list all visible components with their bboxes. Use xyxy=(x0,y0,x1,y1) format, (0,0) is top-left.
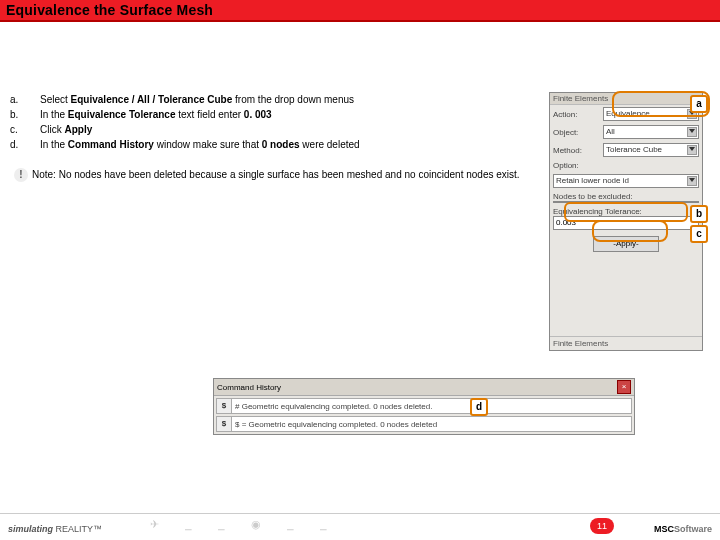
brand-msc: MSC xyxy=(654,524,674,534)
page-number: 11 xyxy=(590,518,614,534)
close-icon[interactable]: × xyxy=(617,380,631,394)
method-dropdown[interactable]: Tolerance Cube xyxy=(603,143,699,157)
command-history-title: Command History xyxy=(217,383,281,392)
instructions: a. Select Equivalence / All / Tolerance … xyxy=(4,92,549,351)
footer: simulating REALITY™ ✈⎯⎯◉⎯⎯ 11 MSCSoftwar… xyxy=(0,513,720,536)
prompt-icon: $ xyxy=(217,399,232,413)
callout-a: a xyxy=(690,95,708,113)
callout-d: d xyxy=(470,398,488,416)
note: !Note: No nodes have been deleted becaus… xyxy=(4,152,549,182)
step-letter: b. xyxy=(4,107,34,122)
brand-software: Software xyxy=(674,524,712,534)
callout-b: b xyxy=(690,205,708,223)
option-row: Option: xyxy=(550,159,702,172)
step-letter: d. xyxy=(4,137,34,152)
chevron-down-icon xyxy=(689,129,695,133)
command-row: $ # Geometric equivalencing completed. 0… xyxy=(216,398,632,414)
retain-dropdown[interactable]: Retain lower node id xyxy=(553,174,699,188)
command-history-titlebar: Command History × xyxy=(214,379,634,396)
exclude-label: Nodes to be excluded: xyxy=(553,192,633,201)
footer-sim: simulating xyxy=(8,524,53,534)
callout-c: c xyxy=(690,225,708,243)
step-text: In the Command History window make sure … xyxy=(34,137,366,152)
command-row: $ $ = Geometric equivalencing completed.… xyxy=(216,416,632,432)
chevron-down-icon xyxy=(689,147,695,151)
step-list: a. Select Equivalence / All / Tolerance … xyxy=(4,92,366,152)
footer-glyph-icons: ✈⎯⎯◉⎯⎯ xyxy=(150,518,353,531)
step-text: In the Equivalence Tolerance text field … xyxy=(34,107,366,122)
command-history-window: Command History × $ # Geometric equivale… xyxy=(213,378,635,435)
step-a: a. Select Equivalence / All / Tolerance … xyxy=(4,92,366,107)
panel-spacer xyxy=(550,256,702,336)
step-text: Select Equivalence / All / Tolerance Cub… xyxy=(34,92,366,107)
object-row: Object: All xyxy=(550,123,702,141)
callout-ring-c xyxy=(592,220,668,242)
step-letter: c. xyxy=(4,122,34,137)
step-c: c. Click Apply xyxy=(4,122,366,137)
command-text: # Geometric equivalencing completed. 0 n… xyxy=(232,402,631,411)
callout-ring-b xyxy=(564,202,688,222)
title-bar: Equivalence the Surface Mesh xyxy=(0,0,720,22)
method-label: Method: xyxy=(553,146,603,155)
retain-row: Retain lower node id xyxy=(550,172,702,190)
footer-real: REALITY™ xyxy=(53,524,102,534)
content: a. Select Equivalence / All / Tolerance … xyxy=(0,22,720,351)
info-icon: ! xyxy=(14,168,28,182)
step-text: Click Apply xyxy=(34,122,366,137)
step-b: b. In the Equivalence Tolerance text fie… xyxy=(4,107,366,122)
step-d: d. In the Command History window make su… xyxy=(4,137,366,152)
panel-footer: Finite Elements xyxy=(550,336,702,350)
step-letter: a. xyxy=(4,92,34,107)
prompt-icon: $ xyxy=(217,417,232,431)
note-text: Note: No nodes have been deleted because… xyxy=(32,169,520,180)
brand-logo: MSCSoftware xyxy=(654,524,712,534)
object-label: Object: xyxy=(553,128,603,137)
object-dropdown[interactable]: All xyxy=(603,125,699,139)
page-title: Equivalence the Surface Mesh xyxy=(6,2,213,18)
chevron-down-icon xyxy=(689,178,695,182)
footer-left: simulating REALITY™ xyxy=(8,524,102,534)
command-text: $ = Geometric equivalencing completed. 0… xyxy=(232,420,631,429)
method-row: Method: Tolerance Cube xyxy=(550,141,702,159)
option-label: Option: xyxy=(553,161,603,170)
action-label: Action: xyxy=(553,110,603,119)
